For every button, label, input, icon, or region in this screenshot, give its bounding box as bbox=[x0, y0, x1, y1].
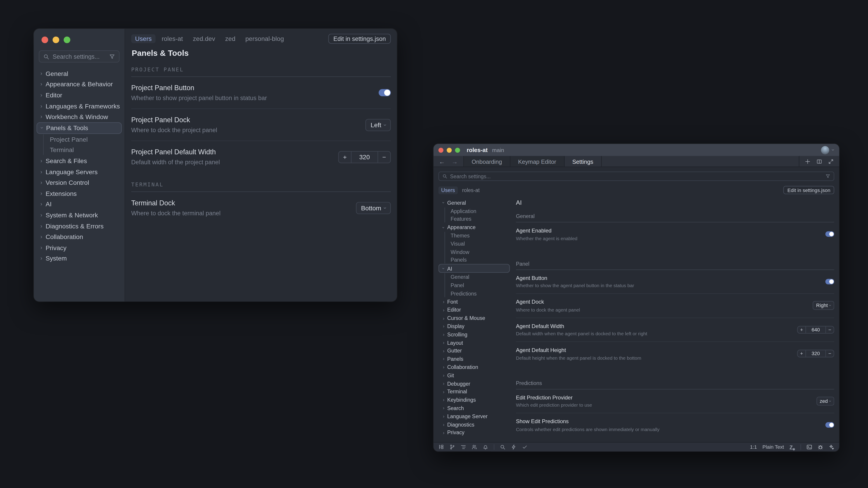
sidebar-item-project-panel[interactable]: Project Panel bbox=[34, 134, 125, 145]
new-tab-icon[interactable] bbox=[805, 159, 810, 164]
increment-button[interactable]: + bbox=[798, 350, 805, 357]
sidebar-item-ai[interactable]: AI bbox=[34, 199, 125, 210]
ai-sparkles-icon[interactable] bbox=[829, 445, 834, 450]
edit-in-settings-json-button[interactable]: Edit in settings.json bbox=[783, 186, 834, 194]
git-branch-icon[interactable] bbox=[450, 445, 455, 450]
sidebar-item-panels-tools[interactable]: Panels & Tools bbox=[37, 122, 122, 134]
sidebar-item-terminal[interactable]: Terminal bbox=[34, 145, 125, 156]
tree-item-diagnostics[interactable]: Diagnostics bbox=[438, 420, 512, 429]
debugger-icon[interactable] bbox=[817, 445, 823, 450]
sidebar-item-workbench-window[interactable]: Workbench & Window bbox=[34, 111, 125, 122]
filter-icon[interactable] bbox=[109, 53, 115, 59]
sidebar-item-version-control[interactable]: Version Control bbox=[34, 177, 125, 188]
stepper-value[interactable]: 640 bbox=[806, 326, 826, 333]
sidebar-item-diagnostics-errors[interactable]: Diagnostics & Errors bbox=[34, 221, 125, 231]
agent-enabled-toggle[interactable] bbox=[825, 231, 834, 237]
tree-item-keybindings[interactable]: Keybindings bbox=[438, 396, 512, 404]
project-panel-button-toggle[interactable] bbox=[379, 89, 391, 96]
language-selector[interactable]: Plain Text bbox=[763, 445, 784, 450]
decrement-button[interactable]: − bbox=[826, 326, 834, 333]
edit-prediction-provider-dropdown[interactable]: zed bbox=[816, 396, 834, 405]
outline-panel-icon[interactable] bbox=[461, 445, 466, 450]
search-input[interactable] bbox=[450, 173, 823, 180]
minimize-window-button[interactable] bbox=[447, 148, 452, 153]
minimize-window-button[interactable] bbox=[53, 37, 59, 43]
chevron-down-icon[interactable] bbox=[832, 147, 834, 153]
close-window-button[interactable] bbox=[438, 148, 443, 153]
terminal-icon[interactable] bbox=[807, 445, 812, 450]
decrement-button[interactable]: − bbox=[826, 350, 834, 357]
navigate-forward-button[interactable]: → bbox=[452, 158, 458, 164]
tree-item-collaboration[interactable]: Collaboration bbox=[438, 363, 512, 371]
tab-zed[interactable]: zed bbox=[225, 35, 235, 42]
increment-button[interactable]: + bbox=[339, 151, 351, 162]
diagnostics-check-icon[interactable] bbox=[522, 445, 527, 450]
tree-item-terminal[interactable]: Terminal bbox=[438, 388, 512, 396]
tree-item-window[interactable]: Window bbox=[438, 248, 512, 256]
stepper-value[interactable]: 320 bbox=[806, 350, 826, 357]
collab-panel-icon[interactable] bbox=[472, 445, 477, 450]
tab-zed-dev[interactable]: zed.dev bbox=[193, 35, 215, 42]
tree-item-editor[interactable]: Editor bbox=[438, 306, 512, 314]
split-pane-icon[interactable] bbox=[816, 159, 822, 164]
tab-roles-at[interactable]: roles-at bbox=[462, 187, 480, 193]
navigate-back-button[interactable]: ← bbox=[439, 158, 445, 164]
sidebar-item-languages-frameworks[interactable]: Languages & Frameworks bbox=[34, 101, 125, 111]
tab-onboarding[interactable]: Onboarding bbox=[464, 156, 510, 167]
edit-in-settings-json-button[interactable]: Edit in settings.json bbox=[329, 34, 391, 43]
tree-item-layout[interactable]: Layout bbox=[438, 338, 512, 347]
sidebar-item-appearance-behavior[interactable]: Appearance & Behavior bbox=[34, 79, 125, 90]
tree-item-ai[interactable]: AI bbox=[438, 264, 510, 273]
zoom-window-button[interactable] bbox=[64, 37, 70, 43]
tab-settings[interactable]: Settings bbox=[564, 156, 601, 167]
sidebar-item-general[interactable]: General bbox=[34, 68, 125, 79]
notifications-icon[interactable] bbox=[483, 445, 488, 450]
user-avatar[interactable] bbox=[821, 146, 829, 154]
increment-button[interactable]: + bbox=[798, 326, 805, 333]
agent-button-toggle[interactable] bbox=[825, 279, 834, 284]
tree-item-debugger[interactable]: Debugger bbox=[438, 379, 512, 387]
sidebar-item-system-network[interactable]: System & Network bbox=[34, 210, 125, 221]
tree-item-git[interactable]: Git bbox=[438, 371, 512, 379]
sidebar-item-privacy[interactable]: Privacy bbox=[34, 242, 125, 253]
sidebar-item-collaboration[interactable]: Collaboration bbox=[34, 231, 125, 242]
search-icon[interactable] bbox=[500, 445, 505, 450]
sidebar-item-search-files[interactable]: Search & Files bbox=[34, 156, 125, 166]
search-input[interactable] bbox=[53, 53, 106, 60]
tab-keymap-editor[interactable]: Keymap Editor bbox=[510, 156, 565, 167]
stepper-value[interactable]: 320 bbox=[351, 151, 377, 162]
close-window-button[interactable] bbox=[41, 37, 48, 43]
tree-item-ai-general[interactable]: General bbox=[438, 273, 512, 281]
tree-item-themes[interactable]: Themes bbox=[438, 231, 512, 239]
tree-item-panels2[interactable]: Panels bbox=[438, 355, 512, 363]
show-edit-predictions-toggle[interactable] bbox=[825, 422, 834, 428]
agent-dock-dropdown[interactable]: Right bbox=[813, 301, 834, 310]
decrement-button[interactable]: − bbox=[378, 151, 391, 162]
zoom-window-button[interactable] bbox=[455, 148, 460, 153]
sidebar-item-system[interactable]: System bbox=[34, 253, 125, 264]
tree-item-search[interactable]: Search bbox=[438, 404, 512, 412]
tree-item-gutter[interactable]: Gutter bbox=[438, 347, 512, 355]
sidebar-item-extensions[interactable]: Extensions bbox=[34, 188, 125, 199]
performance-icon[interactable] bbox=[511, 445, 516, 450]
sidebar-item-editor[interactable]: Editor bbox=[34, 90, 125, 101]
tree-item-ai-predictions[interactable]: Predictions bbox=[438, 289, 512, 297]
sidebar-item-language-servers[interactable]: Language Servers bbox=[34, 166, 125, 177]
terminal-dock-dropdown[interactable]: Bottom bbox=[356, 202, 391, 214]
tree-item-display[interactable]: Display bbox=[438, 322, 512, 330]
tree-item-privacy[interactable]: Privacy bbox=[438, 429, 512, 437]
tree-item-general[interactable]: General bbox=[438, 199, 512, 207]
tree-item-font[interactable]: Font bbox=[438, 297, 512, 306]
tree-item-appearance[interactable]: Appearance bbox=[438, 223, 512, 231]
tree-item-panels[interactable]: Panels bbox=[438, 256, 512, 264]
expand-icon[interactable] bbox=[828, 159, 834, 164]
tab-roles-at[interactable]: roles-at bbox=[162, 35, 183, 42]
filter-icon[interactable] bbox=[825, 174, 830, 179]
tab-users[interactable]: Users bbox=[438, 186, 458, 194]
tab-personal-blog[interactable]: personal-blog bbox=[245, 35, 284, 42]
project-panel-icon[interactable] bbox=[438, 445, 444, 450]
tree-item-language-server[interactable]: Language Server bbox=[438, 412, 512, 420]
tree-item-visual[interactable]: Visual bbox=[438, 239, 512, 248]
tree-item-ai-panel[interactable]: Panel bbox=[438, 281, 512, 289]
settings-search-box[interactable] bbox=[438, 171, 834, 181]
